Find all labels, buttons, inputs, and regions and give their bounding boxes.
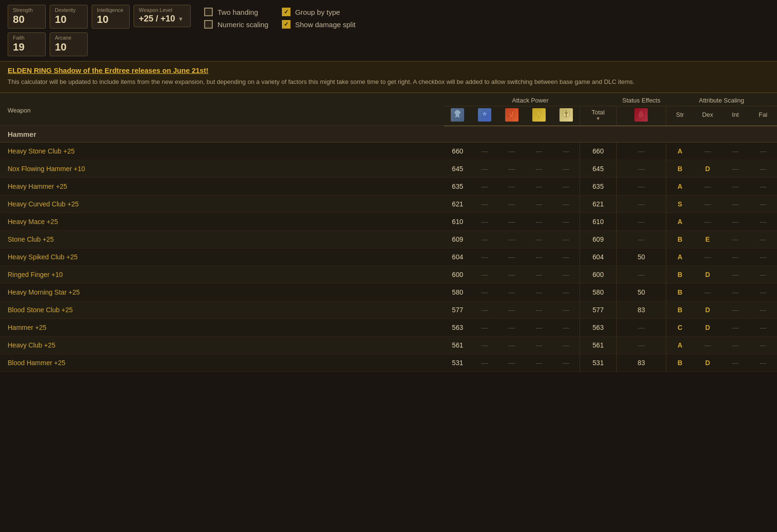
weapon-name[interactable]: Hammer +25 <box>0 318 444 336</box>
show-damage-split-checkbox[interactable]: ✓ <box>282 20 290 29</box>
fai-scaling: — <box>749 301 777 318</box>
fai-scaling: — <box>749 213 777 230</box>
fire-damage: — <box>498 160 526 177</box>
fai-scaling: — <box>749 318 777 336</box>
dex-scaling: — <box>694 177 721 195</box>
weapon-level-field[interactable]: Weapon Level +25 / +10 ▼ <box>134 5 191 27</box>
weapon-name[interactable]: Heavy Curved Club +25 <box>0 195 444 213</box>
show-damage-split-row[interactable]: ✓ Show damage split <box>282 20 356 29</box>
dexterity-label: Dexterity <box>55 7 83 13</box>
table-row: Stone Club +25 609 — — — — 609 — B E — — <box>0 230 777 248</box>
fai-scaling: — <box>749 230 777 248</box>
weapon-name[interactable]: Heavy Hammer +25 <box>0 177 444 195</box>
dex-scaling: — <box>694 213 721 230</box>
dex-scaling: D <box>694 318 721 336</box>
weapon-name[interactable]: Nox Flowing Hammer +10 <box>0 160 444 177</box>
status-effects-header: Status Effects <box>617 93 666 106</box>
weapon-name[interactable]: Heavy Mace +25 <box>0 213 444 230</box>
total-damage: 660 <box>580 142 617 160</box>
weapon-name[interactable]: Ringed Finger +10 <box>0 266 444 283</box>
weapon-level-value: +25 / +10 <box>139 14 175 24</box>
table-row: Heavy Stone Club +25 660 — — — — 660 — A… <box>0 142 777 160</box>
arcane-value: 10 <box>55 41 83 53</box>
total-sort-arrow[interactable]: ▼ <box>582 116 615 121</box>
numeric-scaling-checkbox[interactable] <box>204 20 213 29</box>
group-by-type-checkbox[interactable]: ✓ <box>282 8 290 16</box>
lightning-damage: — <box>525 336 552 354</box>
holy-damage: — <box>552 266 580 283</box>
physical-damage-icon <box>451 108 464 122</box>
holy-damage: — <box>552 248 580 266</box>
int-scaling: — <box>722 301 749 318</box>
fire-damage: — <box>498 213 526 230</box>
fai-scaling: — <box>749 160 777 177</box>
str-scaling: S <box>666 195 694 213</box>
dexterity-field[interactable]: Dexterity 10 <box>50 5 88 29</box>
strength-field[interactable]: Strength 80 <box>8 5 46 29</box>
phys-damage: 609 <box>444 230 471 248</box>
two-handing-row[interactable]: Two handing <box>204 8 269 16</box>
table-row: Blood Hammer +25 531 — — — — 531 83 B D … <box>0 354 777 371</box>
weapon-name[interactable]: Heavy Morning Star +25 <box>0 283 444 301</box>
dex-scaling: — <box>694 336 721 354</box>
phys-damage: 561 <box>444 336 471 354</box>
numeric-scaling-label: Numeric scaling <box>218 20 269 29</box>
weapon-column-header: Weapon <box>0 93 444 126</box>
arcane-field[interactable]: Arcane 10 <box>50 32 88 56</box>
phys-icon-header <box>444 106 471 126</box>
total-damage: 531 <box>580 354 617 371</box>
total-damage: 563 <box>580 318 617 336</box>
table-row: Heavy Morning Star +25 580 — — — — 580 5… <box>0 283 777 301</box>
category-row: Hammer <box>0 126 777 143</box>
status-effect-value: — <box>617 336 666 354</box>
lightning-damage: — <box>525 213 552 230</box>
fai-header: Fai <box>749 106 777 126</box>
announcement-title-link[interactable]: Shadow of the Erdtree <box>54 66 130 74</box>
str-scaling: B <box>666 354 694 371</box>
weapon-name[interactable]: Heavy Club +25 <box>0 336 444 354</box>
show-damage-split-label: Show damage split <box>295 20 356 29</box>
str-scaling: A <box>666 177 694 195</box>
phys-damage: 621 <box>444 195 471 213</box>
weapon-name[interactable]: Blood Hammer +25 <box>0 354 444 371</box>
group-by-type-row[interactable]: ✓ Group by type <box>282 8 356 16</box>
magic-damage: — <box>471 283 498 301</box>
status-effect-value: — <box>617 195 666 213</box>
total-damage: 609 <box>580 230 617 248</box>
weapon-level-dropdown-arrow[interactable]: ▼ <box>178 16 184 22</box>
fire-damage: — <box>498 301 526 318</box>
str-scaling: B <box>666 266 694 283</box>
weapon-name[interactable]: Heavy Spiked Club +25 <box>0 248 444 266</box>
dex-scaling: D <box>694 266 721 283</box>
total-damage: 577 <box>580 301 617 318</box>
weapon-name[interactable]: Heavy Stone Club +25 <box>0 142 444 160</box>
fire-damage: — <box>498 318 526 336</box>
faith-field[interactable]: Faith 19 <box>8 32 46 56</box>
lightning-damage: — <box>525 248 552 266</box>
two-handing-checkbox[interactable] <box>204 8 213 16</box>
lightning-damage: — <box>525 283 552 301</box>
numeric-scaling-row[interactable]: Numeric scaling <box>204 20 269 29</box>
bleed-status-icon <box>634 108 648 122</box>
status-effect-value: 50 <box>617 248 666 266</box>
phys-damage: 610 <box>444 213 471 230</box>
fai-scaling: — <box>749 354 777 371</box>
int-scaling: — <box>722 230 749 248</box>
phys-damage: 563 <box>444 318 471 336</box>
total-header[interactable]: Total ▼ <box>580 106 617 126</box>
weapon-name[interactable]: Blood Stone Club +25 <box>0 301 444 318</box>
phys-damage: 600 <box>444 266 471 283</box>
int-scaling: — <box>722 177 749 195</box>
status-effect-value: — <box>617 177 666 195</box>
table-body: Hammer Heavy Stone Club +25 660 — — — — … <box>0 126 777 372</box>
weapon-name[interactable]: Stone Club +25 <box>0 230 444 248</box>
intelligence-value: 10 <box>97 14 124 25</box>
intelligence-field[interactable]: Intelligence 10 <box>92 5 130 29</box>
holy-damage-icon <box>559 108 573 122</box>
table-row: Heavy Hammer +25 635 — — — — 635 — A — —… <box>0 177 777 195</box>
int-scaling: — <box>722 195 749 213</box>
fai-scaling: — <box>749 248 777 266</box>
fire-damage: — <box>498 195 526 213</box>
dex-scaling: E <box>694 230 721 248</box>
dex-scaling: D <box>694 301 721 318</box>
